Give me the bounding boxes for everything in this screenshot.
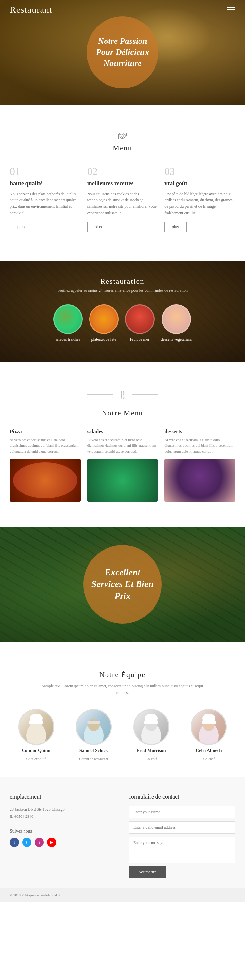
dish-salades-text: At vero eos et accusamus et iusto odio d…: [87, 437, 158, 455]
header: Restaurant: [0, 0, 245, 20]
hero-wave: [0, 104, 245, 117]
menu-item-2: 02 meilleures recettes Nous utilisons de…: [87, 165, 158, 232]
menu-section-title: Menu: [10, 144, 235, 153]
menu-title-2: meilleures recettes: [87, 180, 158, 187]
menu-number-3: 03: [164, 165, 235, 178]
suivez-title: Suivez nous: [10, 829, 116, 834]
desserts-label: desserts végétaliens: [161, 337, 192, 342]
dish-salades: salades At vero eos et accusamus et iust…: [87, 429, 158, 502]
restauration-title: Restauration: [10, 277, 235, 285]
dish-pizza-text: At vero eos et accusamus et iusto odio d…: [10, 437, 81, 455]
svg-point-5: [88, 719, 100, 731]
logo: Restaurant: [10, 5, 52, 15]
svg-point-3: [30, 714, 43, 723]
celia-name: Celia Almeda: [196, 748, 222, 753]
dish-desserts-name: desserts: [164, 429, 235, 434]
soumettre-button[interactable]: Soumettre: [129, 866, 166, 878]
connor-photo: [18, 709, 54, 745]
contact-title: formulaire de contact: [129, 793, 235, 800]
samuel-role: Gérant de restaurant: [79, 757, 108, 760]
divider: 🍴: [10, 390, 235, 399]
hero-title: Notre Passion Pour Délicieux Nourriture: [93, 36, 152, 69]
svg-point-14: [202, 714, 215, 723]
samuel-name: Samuel Schick: [79, 748, 108, 753]
address-text: 28 Jackson Blvd Ste 1020 ChicagoIL 60504…: [10, 806, 116, 820]
hamburger-menu[interactable]: [228, 7, 235, 13]
dish-desserts: desserts At vero eos et accusamus et ius…: [164, 429, 235, 502]
team-member-fred: Fred Morrison Co-chef: [125, 709, 178, 760]
instagram-icon[interactable]: i: [35, 838, 44, 847]
connor-role: Chef exécutif: [27, 757, 46, 760]
twitter-icon[interactable]: t: [22, 838, 32, 847]
footer-text: © 2018 Politique de confidentialité: [10, 893, 60, 897]
celia-role: Co-chef: [203, 757, 215, 760]
food-circle-fruit-mer[interactable]: Fruit de mer: [125, 304, 155, 342]
desserts-image: [162, 304, 191, 334]
menu-text-3: Une pâte de blé légre légère avec des no…: [164, 191, 235, 216]
excellent-section: Excellent Services Et Bien Prix: [0, 527, 245, 641]
equipe-title: Notre Équipe: [10, 670, 235, 679]
menu-grid: 01 haute qualité Nous servons des plats …: [10, 165, 235, 232]
team-member-samuel: Samuel Schick Gérant de restaurant: [67, 709, 120, 760]
chef-hat-icon: 🍽: [10, 130, 235, 141]
dish-pizza: Pizza At vero eos et accusamus et iusto …: [10, 429, 81, 502]
excellent-title: Excellent Services Et Bien Prix: [92, 566, 153, 602]
samuel-photo: [76, 709, 112, 745]
dishes-grid: Pizza At vero eos et accusamus et iusto …: [10, 429, 235, 502]
hamburger-line: [228, 7, 235, 8]
youtube-icon[interactable]: ▶: [47, 838, 56, 847]
menu-number-1: 01: [10, 165, 81, 178]
connor-name: Connor Quinn: [22, 748, 50, 753]
facebook-icon[interactable]: f: [10, 838, 19, 847]
team-grid: Connor Quinn Chef exécutif Samuel Schick…: [10, 709, 235, 760]
menu-plus-btn-1[interactable]: plus: [10, 222, 32, 232]
excellent-wave-bottom: [0, 641, 245, 654]
salad-label: salades fraîches: [55, 337, 81, 342]
excellent-bubble: Excellent Services Et Bien Prix: [83, 545, 162, 624]
fred-role: Co-chef: [145, 757, 157, 760]
food-circles-container: salades fraîches plateaux de fête Fruit …: [10, 304, 235, 342]
menu-item-1: 01 haute qualité Nous servons des plats …: [10, 165, 81, 232]
celia-photo: [191, 709, 227, 745]
menu-text-2: Nous utilisons des cookies et des techno…: [87, 191, 158, 216]
excellent-content: Excellent Services Et Bien Prix: [83, 545, 162, 624]
menu-plus-btn-2[interactable]: plus: [87, 222, 109, 232]
social-icons-container: f t i ▶: [10, 838, 116, 847]
food-circle-desserts[interactable]: desserts végétaliens: [161, 304, 192, 342]
plateaux-image: [89, 304, 119, 334]
fruit-mer-label: Fruit de mer: [130, 337, 149, 342]
food-circle-plateaux[interactable]: plateaux de fête: [89, 304, 119, 342]
dish-desserts-text: At vero eos et accusamus et iusto odio d…: [164, 437, 235, 455]
team-member-celia: Celia Almeda Co-chef: [183, 709, 235, 760]
dish-salades-name: salades: [87, 429, 158, 434]
contact-name-input[interactable]: [129, 806, 235, 818]
menu-title-1: haute qualité: [10, 180, 81, 187]
emplacement-column: emplacement 28 Jackson Blvd Ste 1020 Chi…: [10, 793, 116, 878]
contact-column: formulaire de contact Soumettre: [129, 793, 235, 878]
fruit-mer-image: [125, 304, 155, 334]
team-member-connor: Connor Quinn Chef exécutif: [10, 709, 62, 760]
notre-menu-title: Notre Menu: [10, 409, 235, 417]
hamburger-line: [228, 10, 235, 10]
bottom-section: emplacement 28 Jackson Blvd Ste 1020 Chi…: [0, 777, 245, 888]
food-circle-salad[interactable]: salades fraîches: [53, 304, 83, 342]
logo-text: Restaurant: [10, 5, 52, 15]
desserts-d-image: [164, 459, 235, 502]
contact-message-input[interactable]: [129, 837, 235, 863]
menu-title-3: vrai goût: [164, 180, 235, 187]
menu-number-2: 02: [87, 165, 158, 178]
menu-plus-btn-3[interactable]: plus: [164, 222, 187, 232]
plateaux-label: plateaux de fête: [92, 337, 116, 342]
salad-image: [53, 304, 83, 334]
fred-name: Fred Morrison: [137, 748, 166, 753]
hamburger-line: [228, 12, 235, 13]
salades-image: [87, 459, 158, 502]
restauration-wave-bottom: [0, 361, 245, 374]
hero-bubble: Notre Passion Pour Délicieux Nourriture: [87, 16, 158, 88]
svg-rect-6: [87, 721, 100, 724]
menu-item-3: 03 vrai goût Une pâte de blé légre légèr…: [164, 165, 235, 232]
hero-content: Notre Passion Pour Délicieux Nourriture: [87, 16, 158, 88]
footer: © 2018 Politique de confidentialité: [0, 888, 245, 902]
excellent-wave-top: [0, 515, 245, 528]
contact-email-input[interactable]: [129, 821, 235, 834]
